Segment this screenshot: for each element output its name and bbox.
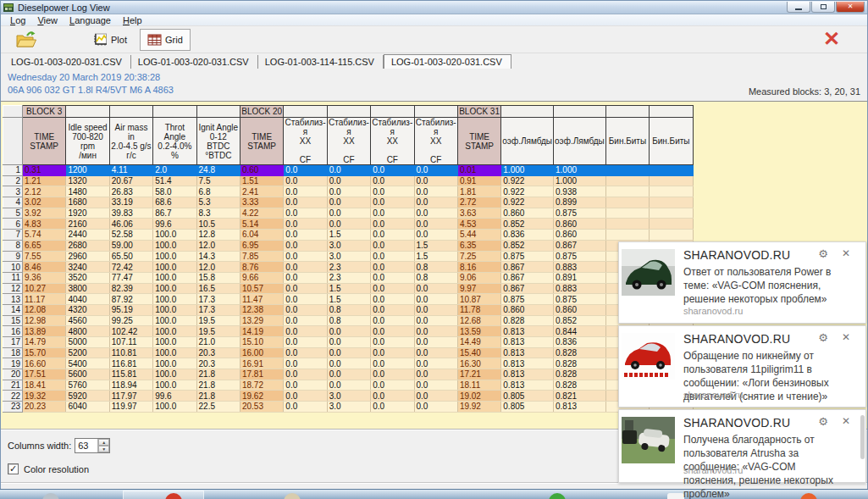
row-number[interactable]: 7 xyxy=(3,230,23,241)
grid-cell[interactable]: 0.867 xyxy=(554,240,606,251)
grid-cell[interactable]: 0.0 xyxy=(414,186,457,197)
grid-cell[interactable]: 100.0 xyxy=(153,337,196,348)
row-number[interactable]: 2 xyxy=(3,175,23,186)
grid-cell[interactable]: 0.0 xyxy=(414,208,457,219)
grid-cell[interactable]: 0.922 xyxy=(501,175,554,186)
grid-cell[interactable] xyxy=(650,197,693,208)
row-number[interactable]: 21 xyxy=(3,380,23,391)
grid-cell[interactable]: 0.0 xyxy=(371,358,414,369)
grid-cell[interactable]: 0.0 xyxy=(371,230,414,241)
menu-language[interactable]: Language xyxy=(64,15,117,25)
close-icon[interactable]: ✕ xyxy=(842,247,850,259)
grid-cell[interactable]: 15.10 xyxy=(240,337,283,348)
notification-card[interactable]: SHARANOVOD.RU Обращение по никнейму от п… xyxy=(618,325,866,408)
grid-cell[interactable]: 65.50 xyxy=(109,251,152,262)
grid-cell[interactable]: 0.821 xyxy=(554,391,606,402)
grid-cell[interactable]: 12.8 xyxy=(196,230,240,241)
grid-cell[interactable]: 0.805 xyxy=(501,402,554,413)
grid-cell[interactable]: 2440 xyxy=(66,230,109,241)
grid-cell[interactable]: 0.860 xyxy=(554,304,606,315)
taskbar-icon-green[interactable] xyxy=(549,493,566,499)
grid-cell[interactable]: 0.0 xyxy=(414,294,457,305)
row-number[interactable]: 16 xyxy=(3,326,23,337)
grid-cell[interactable]: 0.805 xyxy=(501,391,554,402)
grid-cell[interactable]: 99.25 xyxy=(109,315,152,326)
grid-cell[interactable]: 0.0 xyxy=(284,326,327,337)
grid-cell[interactable]: 10.87 xyxy=(457,294,500,305)
grid-cell[interactable]: 20.3 xyxy=(196,347,240,358)
grid-cell[interactable]: 2160 xyxy=(66,219,109,230)
grid-cell[interactable]: 119.97 xyxy=(109,402,152,413)
grid-cell[interactable]: 0.0 xyxy=(327,347,370,358)
tab-log-file-2[interactable]: LOG-01-003-020-031.CSV xyxy=(131,55,258,69)
grid-cell[interactable]: 26.83 xyxy=(109,186,152,197)
grid-cell[interactable]: 0.0 xyxy=(284,391,327,402)
grid-cell[interactable] xyxy=(650,175,693,186)
grid-cell[interactable]: 0.8 xyxy=(327,304,370,315)
grid-cell[interactable]: 0.0 xyxy=(414,391,457,402)
grid-cell[interactable]: 3.0 xyxy=(327,240,370,251)
grid-cell[interactable] xyxy=(605,230,649,241)
grid-cell[interactable]: 16.5 xyxy=(196,283,240,294)
grid-cell[interactable]: 18.41 xyxy=(23,380,66,391)
grid-cell[interactable]: 0.875 xyxy=(554,294,606,305)
grid-cell[interactable]: 0.836 xyxy=(554,337,606,348)
grid-cell[interactable]: 9.36 xyxy=(23,272,66,283)
grid-cell[interactable]: 1680 xyxy=(66,197,109,208)
grid-cell[interactable]: 0.852 xyxy=(554,315,606,326)
grid-cell[interactable]: 0.875 xyxy=(501,251,554,262)
grid-cell[interactable]: 0.0 xyxy=(414,358,457,369)
plot-button[interactable]: Plot xyxy=(86,29,135,51)
grid-cell[interactable]: 0.922 xyxy=(501,197,554,208)
grid-cell[interactable]: 0.0 xyxy=(284,358,327,369)
grid-cell[interactable]: 0.0 xyxy=(371,197,414,208)
grid-cell[interactable]: 5920 xyxy=(66,391,109,402)
grid-cell[interactable] xyxy=(605,197,649,208)
grid-cell[interactable]: 1200 xyxy=(66,165,109,176)
grid-cell[interactable]: 0.0 xyxy=(414,369,457,380)
grid-cell[interactable]: 19.5 xyxy=(196,326,240,337)
grid-cell[interactable]: 3.0 xyxy=(327,391,370,402)
grid-cell[interactable]: 18.11 xyxy=(457,380,500,391)
menu-help[interactable]: Help xyxy=(117,15,148,25)
grid-cell[interactable]: 82.39 xyxy=(109,283,152,294)
grid-cell[interactable]: 1.21 xyxy=(23,175,66,186)
grid-cell[interactable]: 0.0 xyxy=(371,294,414,305)
grid-cell[interactable]: 0.828 xyxy=(554,358,606,369)
close-file-button[interactable]: ✕ xyxy=(823,27,840,51)
grid-cell[interactable]: 39.83 xyxy=(109,208,152,219)
grid-cell[interactable]: 0.0 xyxy=(371,186,414,197)
grid-cell[interactable]: 1.000 xyxy=(501,165,554,176)
grid-cell[interactable]: 0.0 xyxy=(371,262,414,273)
minimize-button[interactable] xyxy=(787,2,810,13)
grid-cell[interactable]: 6.65 xyxy=(23,240,66,251)
grid-cell[interactable]: 0.836 xyxy=(501,230,554,241)
grid-cell[interactable]: 0.0 xyxy=(371,315,414,326)
grid-cell[interactable]: 4.83 xyxy=(23,219,66,230)
grid-cell[interactable]: 2.3 xyxy=(327,272,370,283)
grid-cell[interactable]: 0.883 xyxy=(554,262,606,273)
spin-up-button[interactable]: ▲ xyxy=(98,439,109,446)
grid-cell[interactable]: 0.0 xyxy=(414,304,457,315)
row-number[interactable]: 22 xyxy=(3,391,23,402)
row-number[interactable]: 13 xyxy=(3,294,23,305)
grid-cell[interactable]: 0.0 xyxy=(284,304,327,315)
grid-cell[interactable]: 46.06 xyxy=(109,219,152,230)
grid-cell[interactable]: 0.828 xyxy=(554,380,606,391)
grid-cell[interactable]: 0.860 xyxy=(501,208,554,219)
grid-cell[interactable]: 1.5 xyxy=(327,230,370,241)
grid-cell[interactable]: 8.3 xyxy=(196,208,240,219)
grid-cell[interactable]: 4.53 xyxy=(457,219,500,230)
grid-cell[interactable]: 5200 xyxy=(66,347,109,358)
grid-cell[interactable]: 0.0 xyxy=(284,186,327,197)
grid-cell[interactable]: 0.867 xyxy=(501,283,554,294)
grid-cell[interactable]: 0.0 xyxy=(371,251,414,262)
grid-cell[interactable]: 118.94 xyxy=(109,380,152,391)
grid-cell[interactable]: 16.00 xyxy=(240,347,283,358)
grid-cell[interactable]: 1.51 xyxy=(240,175,283,186)
gear-icon[interactable]: ⚙ xyxy=(818,415,828,428)
grid-cell[interactable]: 17.21 xyxy=(457,369,500,380)
maximize-button[interactable] xyxy=(811,2,835,13)
grid-cell[interactable]: 6.04 xyxy=(240,230,283,241)
grid-cell[interactable]: 0.0 xyxy=(414,165,457,176)
